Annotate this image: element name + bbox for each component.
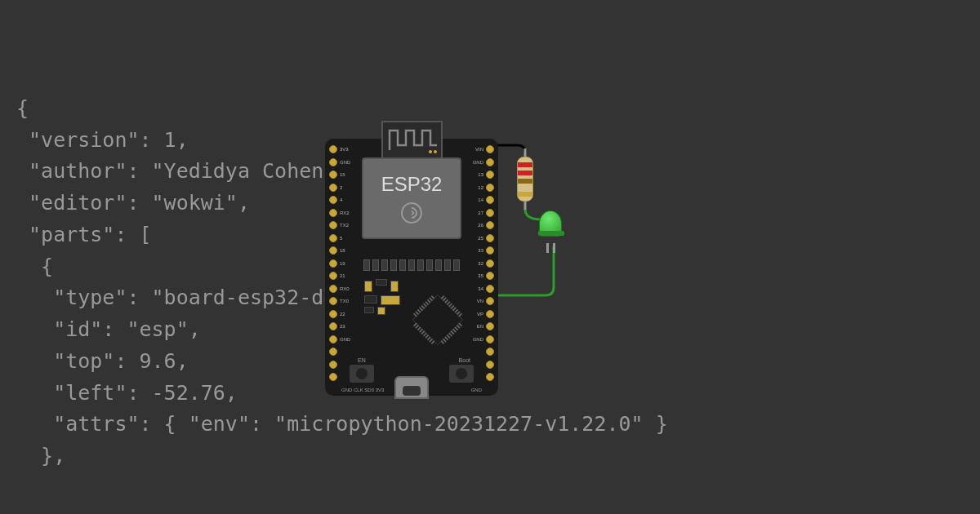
esp32-wroom-module: ESP32: [362, 121, 461, 243]
circuit-diagram[interactable]: 3V3GND 152 4RX2 TX25 1819 21RX0 TX022 23…: [325, 106, 611, 396]
boot-button[interactable]: [449, 365, 474, 383]
chip-shield: ESP32: [362, 157, 461, 239]
usb-port-icon: [394, 376, 429, 399]
en-button-label: EN: [358, 357, 366, 363]
code-line: "version": 1,: [16, 128, 189, 152]
bottom-labels-left: GND CLK SD0 3V3: [341, 388, 384, 392]
pin-labels-left: 3V3GND 152 4RX2 TX25 1819 21RX0 TX022 23…: [340, 145, 353, 343]
espressif-logo-icon: [401, 202, 422, 224]
led-component[interactable]: [539, 210, 564, 243]
code-line: "attrs": { "env": "micropython-20231227-…: [16, 412, 668, 436]
code-line: "parts": [: [16, 223, 152, 246]
antenna-icon: [381, 121, 443, 157]
boot-button-label: Boot: [459, 357, 470, 363]
code-line: {: [16, 255, 53, 278]
pin-labels-right: VINGND 1312 1427 2625 3332 3534 VNVP ENG…: [470, 145, 483, 343]
code-line: "author": "Yedidya Cohen",: [16, 159, 348, 183]
en-button[interactable]: [350, 365, 374, 383]
svg-point-1: [434, 150, 437, 153]
code-line: },: [16, 444, 65, 467]
pin-column-right: [486, 145, 494, 381]
code-line: "top": 9.6,: [16, 349, 189, 373]
code-line: "editor": "wokwi",: [16, 191, 250, 215]
code-line: "left": -52.76,: [16, 381, 238, 405]
board-smd-components: [358, 259, 466, 366]
code-line: "id": "esp",: [16, 317, 201, 341]
mcu-chip: [412, 295, 464, 346]
led-bulb-icon: [539, 210, 562, 237]
code-line: "type": "board-esp32-dev: [16, 286, 348, 309]
resistor-component[interactable]: [517, 157, 533, 202]
pin-column-left: [329, 145, 337, 381]
code-line: {: [16, 96, 29, 120]
bottom-labels-right: GND: [471, 388, 482, 392]
svg-point-0: [429, 150, 432, 153]
esp32-devkit-board[interactable]: 3V3GND 152 4RX2 TX25 1819 21RX0 TX022 23…: [325, 139, 498, 396]
chip-label: ESP32: [381, 173, 443, 196]
